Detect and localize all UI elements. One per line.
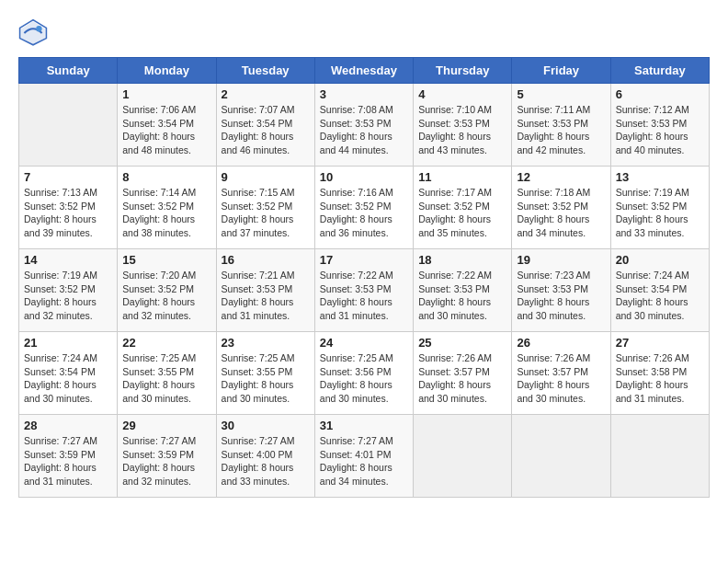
day-info: Sunrise: 7:18 AMSunset: 3:52 PMDaylight:… xyxy=(517,186,605,240)
day-cell: 17 Sunrise: 7:22 AMSunset: 3:53 PMDaylig… xyxy=(314,249,413,332)
svg-point-2 xyxy=(36,26,41,31)
day-info: Sunrise: 7:15 AMSunset: 3:52 PMDaylight:… xyxy=(222,186,310,240)
day-number: 25 xyxy=(418,336,506,350)
day-info: Sunrise: 7:19 AMSunset: 3:52 PMDaylight:… xyxy=(616,186,704,240)
day-cell: 19 Sunrise: 7:23 AMSunset: 3:53 PMDaylig… xyxy=(512,249,610,332)
week-row-3: 21 Sunrise: 7:24 AMSunset: 3:54 PMDaylig… xyxy=(19,332,710,415)
day-cell: 13 Sunrise: 7:19 AMSunset: 3:52 PMDaylig… xyxy=(610,167,709,249)
day-number: 4 xyxy=(418,87,506,101)
day-number: 14 xyxy=(24,253,112,267)
day-cell: 11 Sunrise: 7:17 AMSunset: 3:52 PMDaylig… xyxy=(414,167,512,249)
day-cell: 5 Sunrise: 7:11 AMSunset: 3:53 PMDayligh… xyxy=(512,84,610,167)
day-cell: 23 Sunrise: 7:25 AMSunset: 3:55 PMDaylig… xyxy=(216,332,314,415)
week-row-2: 14 Sunrise: 7:19 AMSunset: 3:52 PMDaylig… xyxy=(19,249,710,332)
day-cell: 7 Sunrise: 7:13 AMSunset: 3:52 PMDayligh… xyxy=(19,167,118,249)
day-number: 12 xyxy=(517,170,605,184)
day-number: 16 xyxy=(222,253,310,267)
day-number: 22 xyxy=(122,336,210,350)
day-cell: 14 Sunrise: 7:19 AMSunset: 3:52 PMDaylig… xyxy=(19,249,118,332)
day-cell: 12 Sunrise: 7:18 AMSunset: 3:52 PMDaylig… xyxy=(512,167,610,249)
week-row-0: 1 Sunrise: 7:06 AMSunset: 3:54 PMDayligh… xyxy=(19,84,710,167)
day-cell: 6 Sunrise: 7:12 AMSunset: 3:53 PMDayligh… xyxy=(610,84,709,167)
calendar-header: SundayMondayTuesdayWednesdayThursdayFrid… xyxy=(19,58,710,84)
day-info: Sunrise: 7:11 AMSunset: 3:53 PMDaylight:… xyxy=(517,103,605,157)
day-number: 19 xyxy=(517,253,605,267)
day-number: 6 xyxy=(616,87,704,101)
day-info: Sunrise: 7:08 AMSunset: 3:53 PMDaylight:… xyxy=(320,103,408,157)
logo xyxy=(18,18,51,48)
day-cell xyxy=(512,415,610,498)
day-cell: 21 Sunrise: 7:24 AMSunset: 3:54 PMDaylig… xyxy=(19,332,118,415)
day-cell: 16 Sunrise: 7:21 AMSunset: 3:53 PMDaylig… xyxy=(216,249,314,332)
calendar-table: SundayMondayTuesdayWednesdayThursdayFrid… xyxy=(18,57,710,498)
day-info: Sunrise: 7:26 AMSunset: 3:57 PMDaylight:… xyxy=(517,351,605,406)
day-cell: 20 Sunrise: 7:24 AMSunset: 3:54 PMDaylig… xyxy=(610,249,709,332)
day-info: Sunrise: 7:23 AMSunset: 3:53 PMDaylight:… xyxy=(517,269,605,323)
day-number: 1 xyxy=(122,87,210,101)
day-header-saturday: Saturday xyxy=(610,58,709,84)
day-header-friday: Friday xyxy=(512,58,610,84)
day-cell: 1 Sunrise: 7:06 AMSunset: 3:54 PMDayligh… xyxy=(118,84,216,167)
day-info: Sunrise: 7:14 AMSunset: 3:52 PMDaylight:… xyxy=(122,186,210,240)
day-cell: 25 Sunrise: 7:26 AMSunset: 3:57 PMDaylig… xyxy=(414,332,512,415)
week-row-1: 7 Sunrise: 7:13 AMSunset: 3:52 PMDayligh… xyxy=(19,167,710,249)
day-info: Sunrise: 7:16 AMSunset: 3:52 PMDaylight:… xyxy=(320,186,408,240)
day-number: 23 xyxy=(222,336,310,350)
day-info: Sunrise: 7:26 AMSunset: 3:58 PMDaylight:… xyxy=(616,351,704,406)
day-cell: 31 Sunrise: 7:27 AMSunset: 4:01 PMDaylig… xyxy=(314,415,413,498)
day-number: 31 xyxy=(320,419,408,432)
day-info: Sunrise: 7:24 AMSunset: 3:54 PMDaylight:… xyxy=(24,351,112,406)
day-number: 26 xyxy=(517,336,605,350)
day-number: 2 xyxy=(222,87,310,101)
day-cell: 3 Sunrise: 7:08 AMSunset: 3:53 PMDayligh… xyxy=(314,84,413,167)
day-number: 20 xyxy=(616,253,704,267)
day-info: Sunrise: 7:25 AMSunset: 3:55 PMDaylight:… xyxy=(222,351,310,406)
day-header-wednesday: Wednesday xyxy=(314,58,413,84)
day-cell: 9 Sunrise: 7:15 AMSunset: 3:52 PMDayligh… xyxy=(216,167,314,249)
day-cell: 27 Sunrise: 7:26 AMSunset: 3:58 PMDaylig… xyxy=(610,332,709,415)
page-header xyxy=(18,18,710,48)
day-info: Sunrise: 7:13 AMSunset: 3:52 PMDaylight:… xyxy=(24,186,112,240)
day-number: 17 xyxy=(320,253,408,267)
day-cell: 26 Sunrise: 7:26 AMSunset: 3:57 PMDaylig… xyxy=(512,332,610,415)
day-number: 5 xyxy=(517,87,605,101)
day-cell: 30 Sunrise: 7:27 AMSunset: 4:00 PMDaylig… xyxy=(216,415,314,498)
day-number: 24 xyxy=(320,336,408,350)
day-number: 3 xyxy=(320,87,408,101)
day-info: Sunrise: 7:20 AMSunset: 3:52 PMDaylight:… xyxy=(122,269,210,323)
day-number: 27 xyxy=(616,336,704,350)
day-info: Sunrise: 7:12 AMSunset: 3:53 PMDaylight:… xyxy=(616,103,704,157)
day-cell: 24 Sunrise: 7:25 AMSunset: 3:56 PMDaylig… xyxy=(314,332,413,415)
day-cell: 2 Sunrise: 7:07 AMSunset: 3:54 PMDayligh… xyxy=(216,84,314,167)
day-info: Sunrise: 7:27 AMSunset: 4:01 PMDaylight:… xyxy=(320,434,408,488)
calendar-body: 1 Sunrise: 7:06 AMSunset: 3:54 PMDayligh… xyxy=(19,84,710,498)
day-cell: 28 Sunrise: 7:27 AMSunset: 3:59 PMDaylig… xyxy=(19,415,118,498)
day-info: Sunrise: 7:25 AMSunset: 3:55 PMDaylight:… xyxy=(122,351,210,406)
day-number: 30 xyxy=(222,419,310,432)
day-number: 15 xyxy=(122,253,210,267)
day-info: Sunrise: 7:21 AMSunset: 3:53 PMDaylight:… xyxy=(222,269,310,323)
day-info: Sunrise: 7:07 AMSunset: 3:54 PMDaylight:… xyxy=(222,103,310,157)
day-info: Sunrise: 7:25 AMSunset: 3:56 PMDaylight:… xyxy=(320,351,408,406)
day-info: Sunrise: 7:06 AMSunset: 3:54 PMDaylight:… xyxy=(122,103,210,157)
day-info: Sunrise: 7:19 AMSunset: 3:52 PMDaylight:… xyxy=(24,269,112,323)
day-number: 18 xyxy=(418,253,506,267)
day-number: 29 xyxy=(122,419,210,432)
day-number: 7 xyxy=(24,170,112,184)
week-row-4: 28 Sunrise: 7:27 AMSunset: 3:59 PMDaylig… xyxy=(19,415,710,498)
day-number: 13 xyxy=(616,170,704,184)
day-info: Sunrise: 7:27 AMSunset: 4:00 PMDaylight:… xyxy=(222,434,310,488)
day-cell: 15 Sunrise: 7:20 AMSunset: 3:52 PMDaylig… xyxy=(118,249,216,332)
day-info: Sunrise: 7:22 AMSunset: 3:53 PMDaylight:… xyxy=(320,269,408,323)
day-number: 28 xyxy=(24,419,112,432)
day-header-tuesday: Tuesday xyxy=(216,58,314,84)
day-number: 10 xyxy=(320,170,408,184)
day-info: Sunrise: 7:17 AMSunset: 3:52 PMDaylight:… xyxy=(418,186,506,240)
day-header-monday: Monday xyxy=(118,58,216,84)
day-info: Sunrise: 7:22 AMSunset: 3:53 PMDaylight:… xyxy=(418,269,506,323)
day-header-thursday: Thursday xyxy=(414,58,512,84)
day-number: 9 xyxy=(222,170,310,184)
day-info: Sunrise: 7:10 AMSunset: 3:53 PMDaylight:… xyxy=(418,103,506,157)
day-cell: 29 Sunrise: 7:27 AMSunset: 3:59 PMDaylig… xyxy=(118,415,216,498)
day-number: 21 xyxy=(24,336,112,350)
